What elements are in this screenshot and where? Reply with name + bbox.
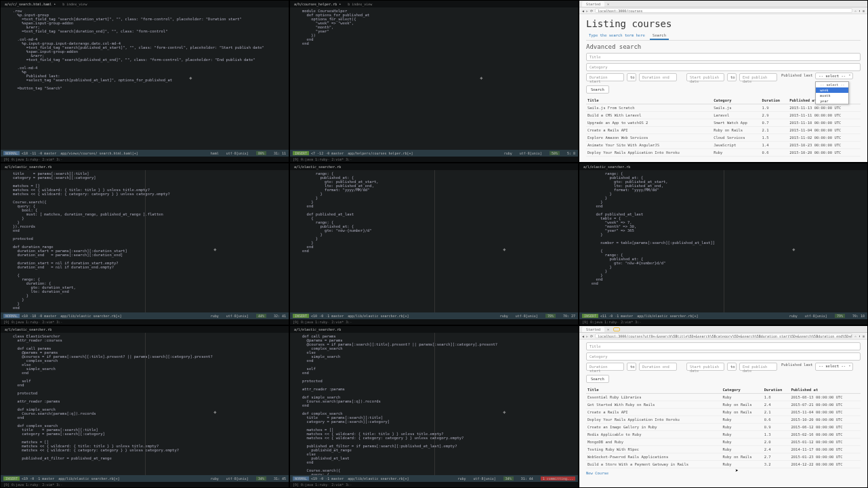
table-row[interactable]: WebSocket-Powered Rails ApplicationsRuby… — [586, 453, 861, 461]
table-row[interactable]: Redis Applicable to RubyRuby1.32015-02-1… — [586, 431, 861, 439]
table-row[interactable]: Deploy Your Rails Application Into Herok… — [586, 149, 861, 157]
table-row[interactable]: Upgrade an App to watchOS 2Smart Watch A… — [586, 119, 861, 127]
editor-pane-7: a/l/elastic_searcher.rb class ElasticSea… — [0, 325, 289, 488]
url-field[interactable]: localhost:3000/courses — [595, 8, 852, 13]
page-title: Listing courses — [586, 18, 861, 29]
mode-badge: NORMAL — [3, 151, 20, 155]
table-row[interactable]: Create a Rails APIRuby on Rails2.12015-1… — [586, 409, 861, 416]
reload-icon[interactable]: ⟳ — [590, 9, 593, 13]
col-title: Title — [586, 97, 712, 104]
tab-elastic-searcher[interactable]: a/l/elastic_searcher.rb — [294, 165, 341, 169]
browser-pane-1: Started × ◀ ▶ ⟳ localhost:3000/courses ☆… — [579, 0, 868, 163]
publish-start-field[interactable]: Start publish date — [686, 73, 724, 81]
back-icon[interactable]: ◀ — [582, 334, 584, 338]
code-area[interactable]: range: { published_at: { gte: published_… — [589, 170, 867, 312]
published-last-label: Published last — [781, 73, 812, 81]
status-bar: NORMAL <19 -0 -1 master app/lib/elastic_… — [290, 475, 578, 482]
table-row[interactable]: Get Started With Ruby on RailsRuby on Ra… — [586, 401, 861, 409]
code-area[interactable]: class ElasticSearcher attr_reader :cours… — [10, 333, 289, 475]
title-field[interactable]: Title — [586, 53, 861, 61]
table-row[interactable]: Essential Ruby LibrariesRuby1.82015-08-1… — [586, 394, 861, 401]
duration-start-field[interactable]: Duration start — [586, 73, 624, 81]
dropdown-option[interactable]: week — [816, 87, 848, 93]
code-area[interactable]: title = params[:search][:title] category… — [10, 170, 289, 312]
browser-tab[interactable]: Started — [582, 327, 604, 332]
close-tab-icon[interactable]: × — [607, 327, 609, 331]
table-row[interactable]: Build a CMS With LaravelLaravel2.92015-1… — [586, 112, 861, 119]
mode-badge: INSERT — [3, 476, 20, 481]
tab-index-view[interactable]: b index_view — [62, 2, 87, 6]
tab-elastic-searcher[interactable]: a/l/elastic_searcher.rb — [5, 327, 51, 331]
category-field[interactable]: Category — [586, 63, 861, 71]
publish-start-field[interactable]: Start publish date — [686, 363, 724, 371]
tab-index-view[interactable]: b index_view — [348, 2, 372, 6]
search-tab[interactable]: Search — [650, 32, 669, 40]
code-area[interactable]: def call params @params = params @course… — [299, 333, 578, 475]
tab-courses-helper[interactable]: a/h/courses_helper.rb • — [294, 2, 341, 6]
table-row[interactable]: Explore Amazon Web ServicesCloud Service… — [586, 134, 861, 142]
tab-elastic-searcher[interactable]: a/l/elastic_searcher.rb — [294, 327, 341, 331]
table-row[interactable]: Testing Ruby With RSpecRuby2.42014-11-17… — [586, 446, 861, 453]
forward-icon[interactable]: ▶ — [586, 334, 588, 338]
table-row[interactable]: Animate Your Site With AngularJSJavaScri… — [586, 142, 861, 149]
download-icon[interactable]: ⬇ — [859, 334, 861, 338]
duration-end-field[interactable]: Duration end — [639, 363, 677, 371]
url-field[interactable]: localhost:3000/courses?utf8=✓&search%5Bt… — [595, 333, 852, 338]
editor-pane-1: a/v/c/_search.html.haml • b index_view .… — [0, 0, 289, 163]
dropdown-option[interactable]: -- select -- — [816, 82, 848, 87]
published-last-select[interactable]: -- select -- — [815, 363, 853, 371]
reload-icon[interactable]: ⟳ — [590, 334, 593, 338]
category-field[interactable]: Category — [586, 352, 861, 361]
warning-icon — [613, 327, 620, 331]
forward-icon[interactable]: ▶ — [586, 9, 588, 13]
editor-pane-8: a/l/elastic_searcher.rb def call params … — [289, 325, 579, 488]
code-area[interactable]: range: { published_at: { gte: published_… — [299, 170, 578, 312]
search-button[interactable]: Search — [586, 375, 609, 383]
code-area-right[interactable]: module CoursesHelper def options_for_pub… — [299, 7, 578, 150]
new-course-link[interactable]: New Course — [586, 471, 608, 475]
tab-elastic-searcher[interactable]: a/l/elastic_searcher.rb — [5, 165, 51, 169]
col-category: Category — [712, 97, 760, 104]
bookmark-icon[interactable]: ☆ — [854, 9, 856, 13]
close-tab-icon[interactable]: × — [607, 2, 609, 6]
mode-badge: INSERT — [293, 314, 309, 318]
tab-elastic-searcher[interactable]: a/l/elastic_searcher.rb — [583, 165, 630, 169]
line-gutter — [290, 7, 299, 150]
download-icon[interactable]: ⬇ — [859, 9, 861, 13]
table-row[interactable]: Sails.js From ScratchSails.js1.92015-11-… — [586, 104, 861, 112]
publish-end-field[interactable]: End publish date — [739, 363, 777, 371]
duration-end-field[interactable]: Duration end — [639, 73, 677, 81]
search-button[interactable]: Search — [586, 85, 609, 94]
back-icon[interactable]: ◀ — [582, 9, 584, 13]
table-row[interactable]: Build a Store With a Payment Gateway in … — [586, 461, 861, 468]
browser-tab-bar: Started × — [579, 1, 867, 7]
browser-tab[interactable]: Started — [582, 1, 604, 7]
status-bar: INSERT <19 -0 -1 master app/lib/elastic_… — [1, 475, 289, 482]
mode-badge: NORMAL — [3, 314, 20, 318]
table-row[interactable]: Create a Rails APIRuby on Rails2.12015-1… — [586, 127, 861, 134]
courses-table: Title Category Duration Published at Sai… — [586, 97, 861, 157]
duration-start-field[interactable]: Duration start — [586, 363, 624, 371]
tab-bar: a/v/c/_search.html.haml • b index_view — [1, 1, 289, 7]
col-duration: Duration — [761, 97, 789, 104]
tmux-status: [9] 0:java 1:ruby- 2:vim* 3:- — [290, 157, 578, 162]
title-field[interactable]: Title — [586, 342, 861, 350]
mode-badge: NORMAL — [293, 476, 309, 481]
dropdown-option[interactable]: year — [816, 98, 848, 104]
table-row[interactable]: MongoDB and RubyRuby2.02015-01-12 00:00:… — [586, 439, 861, 446]
tab-search-haml[interactable]: a/v/c/_search.html.haml • — [5, 2, 56, 6]
menu-icon[interactable]: ≡ — [863, 334, 865, 338]
bookmark-icon[interactable]: ☆ — [854, 334, 856, 338]
advanced-search-heading: Advanced search — [586, 43, 861, 50]
duration-to: to — [627, 73, 636, 81]
published-last-dropdown[interactable]: -- select -- week month year — [815, 81, 849, 104]
menu-icon[interactable]: ≡ — [863, 9, 865, 13]
publish-end-field[interactable]: End publish date — [739, 73, 777, 81]
code-area-left[interactable]: .row %p.input-group =text_field_tag "sea… — [10, 7, 289, 150]
table-row[interactable]: Deploy Your Rails Application Into Herok… — [586, 416, 861, 424]
published-last-select[interactable]: -- select -- — [815, 73, 853, 79]
courses-table: Title Category Duration Published at Ess… — [586, 386, 861, 468]
search-term-hint: Type the search term here — [586, 32, 648, 39]
dropdown-option[interactable]: month — [816, 93, 848, 98]
table-row[interactable]: Create an Image Gallery in RubyRuby0.920… — [586, 424, 861, 431]
